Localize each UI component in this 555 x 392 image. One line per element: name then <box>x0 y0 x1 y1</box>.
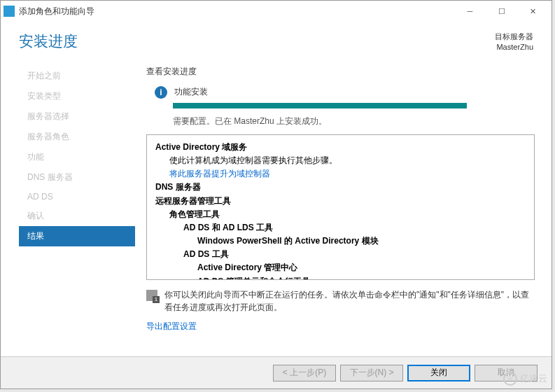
nav-features: 功能 <box>19 147 135 167</box>
nav-server-select: 服务器选择 <box>19 106 135 127</box>
status-row: i 功能安装 <box>146 86 535 99</box>
nav-confirm: 确认 <box>19 206 135 226</box>
note-row: 你可以关闭此向导而不中断正在运行的任务。请依次单击命令栏中的"通知"和"任务详细… <box>146 288 535 314</box>
close-wizard-button[interactable]: 关闭 <box>407 365 470 382</box>
page-title: 安装进度 <box>19 31 78 51</box>
close-button[interactable]: ✕ <box>517 1 549 21</box>
result-rsat-title: 远程服务器管理工具 <box>155 195 526 208</box>
progress-bar <box>173 103 467 108</box>
section-label: 查看安装进度 <box>146 66 535 78</box>
body: 开始之前 安装类型 服务器选择 服务器角色 功能 DNS 服务器 AD DS 确… <box>1 59 552 332</box>
prev-button: < 上一步(P) <box>273 365 336 382</box>
result-dns-title: DNS 服务器 <box>155 181 526 194</box>
target-server-info: 目标服务器 MasterZhu <box>495 31 533 53</box>
results-box[interactable]: Active Directory 域服务 使此计算机成为域控制器需要执行其他步骤… <box>146 134 535 280</box>
window-title: 添加角色和功能向导 <box>19 6 454 18</box>
export-config-link[interactable]: 导出配置设置 <box>146 321 197 332</box>
result-ad-lds: AD DS 和 AD LDS 工具 <box>155 221 526 234</box>
wizard-nav: 开始之前 安装类型 服务器选择 服务器角色 功能 DNS 服务器 AD DS 确… <box>19 59 135 332</box>
nav-ad-ds: AD DS <box>19 188 135 206</box>
config-message: 需要配置。已在 MasterZhu 上安装成功。 <box>146 115 535 127</box>
result-ps-module: Windows PowerShell 的 Active Directory 模块 <box>155 234 526 248</box>
window-controls: ─ ☐ ✕ <box>454 1 549 21</box>
result-role-mgmt: 角色管理工具 <box>155 208 526 221</box>
app-icon <box>3 6 15 17</box>
result-ad-snapin: AD DS 管理单元和命令行工具 <box>155 275 526 280</box>
maximize-button[interactable]: ☐ <box>486 1 517 21</box>
result-ad-center: Active Directory 管理中心 <box>155 261 526 274</box>
result-ad-ds-title: Active Directory 域服务 <box>155 141 526 154</box>
nav-install-type: 安装类型 <box>19 86 135 106</box>
wizard-window: 添加角色和功能向导 ─ ☐ ✕ 安装进度 目标服务器 MasterZhu 开始之… <box>0 0 552 389</box>
titlebar: 添加角色和功能向导 ─ ☐ ✕ <box>1 1 552 22</box>
nav-before-begin: 开始之前 <box>19 66 135 86</box>
cancel-button: 取消 <box>475 365 538 382</box>
nav-server-roles: 服务器角色 <box>19 127 135 147</box>
nav-results[interactable]: 结果 <box>19 226 135 246</box>
target-value: MasterZhu <box>495 42 533 52</box>
promote-dc-link[interactable]: 将此服务器提升为域控制器 <box>155 167 526 181</box>
note-text: 你可以关闭此向导而不中断正在运行的任务。请依次单击命令栏中的"通知"和"任务详细… <box>164 288 535 314</box>
flag-icon <box>146 290 157 301</box>
main-content: 查看安装进度 i 功能安装 需要配置。已在 MasterZhu 上安装成功。 A… <box>135 59 552 332</box>
info-icon: i <box>155 86 167 99</box>
target-label: 目标服务器 <box>495 31 533 42</box>
footer: < 上一步(P) 下一步(N) > 关闭 取消 <box>1 356 552 388</box>
next-button: 下一步(N) > <box>340 365 403 382</box>
status-text: 功能安装 <box>174 86 208 98</box>
header: 安装进度 目标服务器 MasterZhu <box>1 22 552 59</box>
result-ad-ds-tools: AD DS 工具 <box>155 248 526 261</box>
nav-dns-server: DNS 服务器 <box>19 167 135 188</box>
result-ad-ds-desc: 使此计算机成为域控制器需要执行其他步骤。 <box>155 154 526 167</box>
minimize-button[interactable]: ─ <box>454 1 486 21</box>
